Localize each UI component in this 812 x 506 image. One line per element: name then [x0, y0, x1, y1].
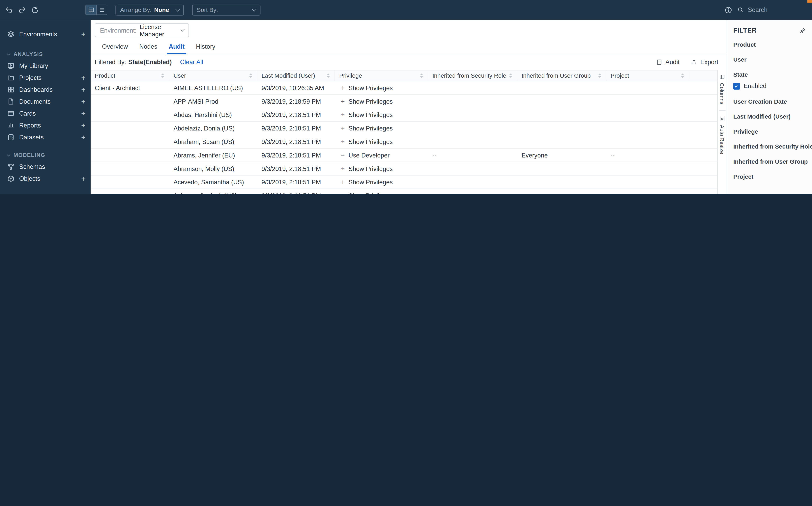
table-row[interactable]: Abdelaziz, Donia (US)9/3/2019, 2:18:51 P… — [91, 122, 717, 135]
expand-row-icon[interactable]: + — [339, 179, 347, 185]
filter-field-user[interactable]: User — [733, 57, 806, 63]
filter-field-user-creation-date[interactable]: User Creation Date — [733, 98, 806, 105]
expand-row-icon[interactable]: + — [339, 111, 347, 118]
filter-field-inherited-from-user-group[interactable]: Inherited from User Group — [733, 159, 806, 165]
add-cards-button[interactable]: + — [81, 110, 85, 117]
sidebar-section-analysis[interactable]: ANALYSIS — [0, 48, 91, 60]
expand-row-icon[interactable]: + — [339, 165, 347, 172]
table-row[interactable]: APP-AMSI-Prod9/3/2019, 2:18:59 PM+Show P… — [91, 95, 717, 108]
tab-overview[interactable]: Overview — [97, 40, 133, 54]
sort-icon[interactable] — [598, 73, 602, 79]
column-header-product[interactable]: Product — [91, 71, 169, 81]
sidebar-section-administration[interactable]: ADMINISTRATION — [0, 191, 91, 194]
grid-view-button[interactable] — [86, 5, 96, 14]
chevron-down-icon — [7, 52, 10, 55]
audit-button[interactable]: Audit — [656, 59, 679, 66]
add-reports-button[interactable]: + — [81, 121, 85, 129]
column-header-inherited-from-user-group[interactable]: Inherited from User Group — [517, 71, 606, 81]
sort-icon[interactable] — [680, 73, 685, 79]
page-body: Environments + ANALYSISMy LibraryProject… — [0, 20, 812, 194]
table-body: Client - ArchitectAIMEE ASTILLERO (US)9/… — [91, 81, 717, 194]
sidebar-item-dashboards[interactable]: Dashboards+ — [0, 83, 91, 95]
expand-row-icon[interactable]: + — [339, 98, 347, 105]
table-row[interactable]: Client - ArchitectAIMEE ASTILLERO (US)9/… — [91, 81, 717, 95]
add-environment-button[interactable]: + — [81, 30, 85, 38]
chevron-down-icon — [180, 27, 184, 31]
search-input[interactable] — [747, 6, 800, 14]
table-row[interactable]: Acevedo, Samantha (US)9/3/2019, 2:18:51 … — [91, 176, 717, 189]
column-header-inherited-from-security-role[interactable]: Inherited from Security Role — [428, 71, 517, 81]
column-header-user[interactable]: User — [169, 71, 257, 81]
privilege-text[interactable]: Show Privileges — [348, 165, 393, 172]
add-dashboards-button[interactable]: + — [81, 86, 85, 93]
chevron-down-icon — [175, 7, 180, 11]
sidebar-item-my-library[interactable]: My Library — [0, 60, 91, 72]
sort-icon[interactable] — [248, 73, 253, 79]
add-datasets-button[interactable]: + — [81, 134, 85, 141]
filter-field-project[interactable]: Project — [733, 174, 806, 180]
add-documents-button[interactable]: + — [81, 98, 85, 105]
expand-row-icon[interactable]: + — [339, 84, 347, 91]
grid-side-tabs: Columns Auto Resize — [717, 70, 727, 194]
undo-icon[interactable] — [5, 6, 13, 14]
collapse-row-icon[interactable]: − — [339, 152, 347, 159]
sidebar-item-objects[interactable]: Objects+ — [0, 172, 91, 184]
sidebar-item-projects[interactable]: Projects+ — [0, 72, 91, 83]
filter-option-enabled[interactable]: ✓Enabled — [733, 82, 806, 90]
sort-icon[interactable] — [508, 73, 513, 79]
sort-icon[interactable] — [419, 73, 424, 79]
privilege-text[interactable]: Show Privileges — [348, 98, 393, 105]
add-projects-button[interactable]: + — [81, 74, 85, 81]
table-row[interactable]: Abdas, Harshini (US)9/3/2019, 2:18:51 PM… — [91, 108, 717, 122]
privilege-text[interactable]: Show Privileges — [348, 138, 393, 145]
sidebar-section-modeling[interactable]: MODELING — [0, 149, 91, 160]
add-objects-button[interactable]: + — [81, 175, 85, 182]
arrange-by-dropdown[interactable]: Arrange By: None — [115, 4, 184, 15]
redo-icon[interactable] — [18, 6, 26, 14]
info-icon[interactable] — [724, 6, 732, 14]
filter-field-state[interactable]: State✓Enabled — [733, 72, 806, 90]
sidebar-item-cards[interactable]: Cards+ — [0, 107, 91, 119]
sort-by-dropdown[interactable]: Sort By: — [192, 4, 260, 15]
export-button[interactable]: Export — [691, 59, 718, 66]
filter-field-privilege[interactable]: Privilege — [733, 129, 806, 135]
table-row[interactable]: Abraham, Susan (US)9/3/2019, 2:18:51 PM+… — [91, 135, 717, 149]
environments-icon — [7, 30, 14, 38]
privilege-text[interactable]: Show Privileges — [348, 124, 393, 132]
table-row[interactable]: Abrams, Jennifer (EU)9/3/2019, 2:18:51 P… — [91, 149, 717, 162]
expand-row-icon[interactable]: + — [339, 138, 347, 145]
tab-nodes[interactable]: Nodes — [134, 40, 162, 54]
tab-auto-resize[interactable]: Auto Resize — [719, 116, 725, 160]
privilege-text[interactable]: Show Privileges — [348, 192, 393, 194]
environment-dropdown[interactable]: Environment: License Manager — [95, 23, 189, 37]
tab-history[interactable]: History — [191, 40, 221, 54]
filter-field-last-modified-user[interactable]: Last Modified (User) — [733, 113, 806, 119]
tab-columns[interactable]: Columns — [719, 74, 725, 111]
privilege-text[interactable]: Show Privileges — [348, 84, 393, 92]
list-view-button[interactable] — [96, 5, 107, 14]
column-header-project[interactable]: Project — [606, 71, 689, 81]
sidebar-item-datasets[interactable]: Datasets+ — [0, 131, 91, 143]
sidebar-item-reports[interactable]: Reports+ — [0, 119, 91, 131]
pin-icon[interactable] — [799, 27, 806, 34]
table-row[interactable]: Abramson, Molly (US)9/3/2019, 2:18:51 PM… — [91, 162, 717, 176]
expand-row-icon[interactable]: + — [339, 125, 347, 132]
privilege-text[interactable]: Show Privileges — [348, 178, 393, 186]
sidebar-item-environments[interactable]: Environments + — [0, 28, 91, 40]
column-header-last-modified-user[interactable]: Last Modified (User) — [257, 71, 335, 81]
sidebar-item-schemas[interactable]: Schemas — [0, 160, 91, 172]
sort-icon[interactable] — [326, 73, 330, 79]
sort-icon[interactable] — [161, 73, 165, 79]
expand-row-icon[interactable]: + — [339, 192, 347, 194]
privilege-text[interactable]: Use Developer — [348, 152, 390, 159]
tab-audit[interactable]: Audit — [163, 40, 190, 54]
refresh-icon[interactable] — [31, 6, 39, 14]
filter-field-product[interactable]: Product — [733, 41, 806, 48]
sidebar-item-documents[interactable]: Documents+ — [0, 95, 91, 107]
privilege-text[interactable]: Show Privileges — [348, 111, 393, 118]
clear-all-link[interactable]: Clear All — [180, 59, 204, 66]
filter-field-inherited-from-security-role[interactable]: Inherited from Security Role — [733, 143, 806, 150]
column-header-privilege[interactable]: Privilege — [335, 71, 428, 81]
checkbox-icon[interactable]: ✓ — [733, 83, 740, 89]
table-row[interactable]: Acharya, Sanketh (US)9/3/2019, 2:18:51 P… — [91, 189, 717, 194]
